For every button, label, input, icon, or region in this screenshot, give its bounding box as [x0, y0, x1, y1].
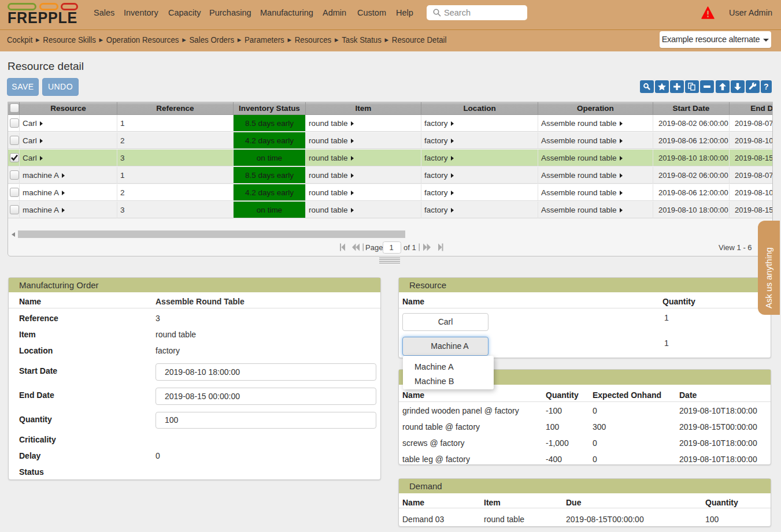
svg-text:Page: Page	[365, 243, 383, 252]
svg-text:1: 1	[389, 243, 393, 252]
svg-text:of 1: of 1	[404, 243, 416, 252]
